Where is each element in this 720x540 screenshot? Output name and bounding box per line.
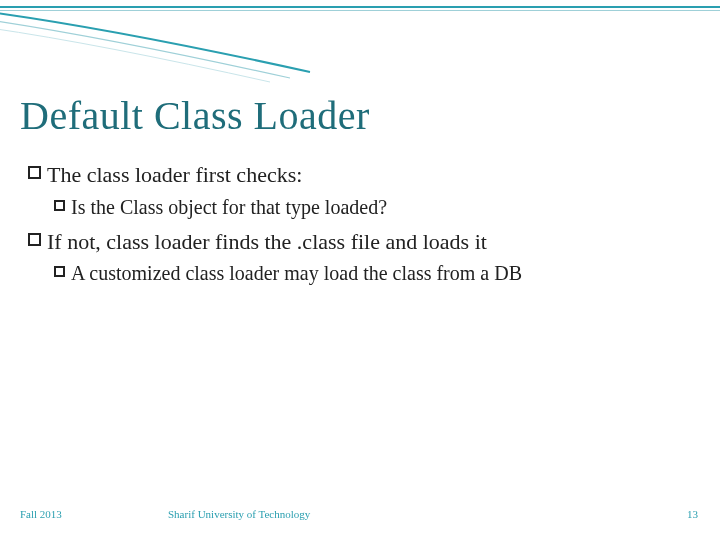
bullet-text: A customized class loader may load the c… <box>71 260 522 287</box>
bullet-level1: The class loader first checks: <box>28 160 692 190</box>
square-bullet-icon <box>54 200 65 211</box>
accent-line-under <box>0 10 720 11</box>
bullet-level2: Is the Class object for that type loaded… <box>54 194 692 221</box>
slide-title: Default Class Loader <box>20 92 370 139</box>
slide-footer: Fall 2013 Sharif University of Technolog… <box>0 508 720 528</box>
footer-page-number: 13 <box>687 508 698 520</box>
swoosh-icon <box>0 0 320 90</box>
bullet-level2: A customized class loader may load the c… <box>54 260 692 287</box>
footer-date: Fall 2013 <box>20 508 62 520</box>
bullet-level1: If not, class loader finds the .class fi… <box>28 227 692 257</box>
bullet-text: The class loader first checks: <box>47 160 302 190</box>
square-bullet-icon <box>54 266 65 277</box>
bullet-text: If not, class loader finds the .class fi… <box>47 227 487 257</box>
square-bullet-icon <box>28 166 41 179</box>
slide-body: The class loader first checks: Is the Cl… <box>28 160 692 293</box>
accent-line-top <box>0 6 720 8</box>
slide: Default Class Loader The class loader fi… <box>0 0 720 540</box>
square-bullet-icon <box>28 233 41 246</box>
footer-organization: Sharif University of Technology <box>168 508 310 520</box>
bullet-text: Is the Class object for that type loaded… <box>71 194 387 221</box>
header-decoration <box>0 0 720 80</box>
